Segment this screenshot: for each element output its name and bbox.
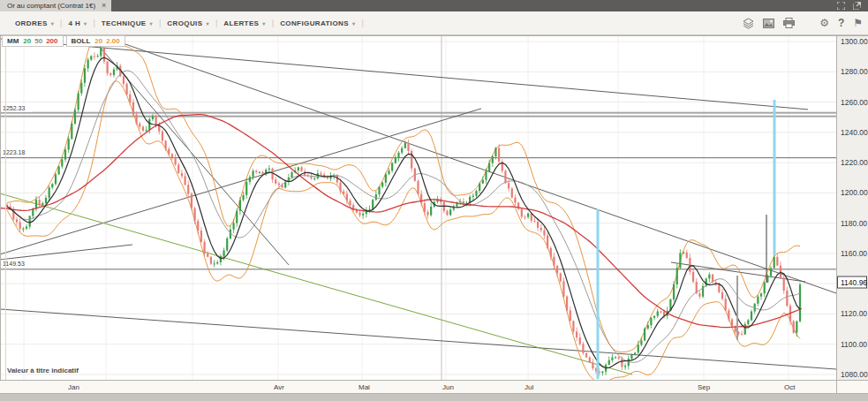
month-label: Jan bbox=[68, 383, 79, 391]
svg-text:1220.00: 1220.00 bbox=[841, 158, 868, 167]
svg-text:1280.00: 1280.00 bbox=[841, 67, 868, 76]
flag-icon[interactable]: ⚑ bbox=[853, 18, 863, 28]
maximize-icon[interactable] bbox=[837, 2, 845, 10]
boll-label: BOLL bbox=[72, 37, 91, 45]
month-label: Mai bbox=[359, 383, 370, 391]
printer-icon[interactable] bbox=[783, 18, 795, 28]
settings-gear-icon[interactable]: ⚙ bbox=[819, 18, 829, 28]
bottom-strip bbox=[0, 394, 868, 401]
instrument-tab[interactable]: Or au comptant (Contrat 1€) × bbox=[0, 0, 111, 11]
boll-indicator-legend[interactable]: BOLL 202.00 bbox=[66, 35, 125, 47]
svg-text:1100.00: 1100.00 bbox=[841, 340, 867, 349]
menu-bar: ORDRES▾|4 H▾|TECHNIQUE▾|CROQUIS▾|ALERTES… bbox=[0, 11, 868, 35]
tab-title: Or au comptant (Contrat 1€) bbox=[7, 0, 95, 11]
toolbar-icons: ⚙ ? ⚑ bbox=[743, 18, 868, 29]
chart-region: 1252.331223.181149.531300.001280.001260.… bbox=[0, 35, 868, 401]
layers-icon[interactable] bbox=[743, 18, 754, 29]
svg-text:1260.00: 1260.00 bbox=[841, 98, 868, 107]
svg-text:1240.00: 1240.00 bbox=[841, 128, 868, 137]
month-label: Oct bbox=[784, 383, 796, 391]
disclaimer-text: Valeur à titre indicatif bbox=[7, 367, 79, 375]
svg-text:1120.00: 1120.00 bbox=[841, 309, 867, 318]
menu-item-configurations[interactable]: CONFIGURATIONS▾ bbox=[274, 19, 361, 27]
boll-params: 202.00 bbox=[94, 37, 119, 45]
menu-item-croquis[interactable]: CROQUIS▾ bbox=[161, 19, 215, 27]
menu-item-4-h[interactable]: 4 H▾ bbox=[62, 19, 93, 27]
image-icon[interactable] bbox=[763, 19, 774, 28]
svg-text:1300.00: 1300.00 bbox=[841, 37, 868, 46]
time-axis-background[interactable] bbox=[0, 380, 868, 394]
price-chart[interactable]: 1252.331223.181149.531300.001280.001260.… bbox=[0, 35, 868, 401]
mm-indicator-legend[interactable]: MM 2050200 bbox=[2, 35, 64, 47]
mm-label: MM bbox=[7, 37, 19, 45]
month-label: Avr bbox=[274, 383, 284, 391]
titlebar-icons bbox=[837, 0, 868, 11]
plot-background bbox=[0, 35, 836, 380]
menu-separator: | bbox=[361, 19, 363, 27]
tab-bar: Or au comptant (Contrat 1€) × bbox=[0, 0, 868, 11]
month-label: Jun bbox=[442, 383, 454, 391]
menu-items: ORDRES▾|4 H▾|TECHNIQUE▾|CROQUIS▾|ALERTES… bbox=[0, 19, 364, 27]
popout-icon[interactable] bbox=[853, 2, 861, 10]
menu-item-ordres[interactable]: ORDRES▾ bbox=[9, 19, 60, 27]
menu-item-alertes[interactable]: ALERTES▾ bbox=[217, 19, 272, 27]
svg-text:1180.00: 1180.00 bbox=[841, 219, 867, 228]
help-icon[interactable]: ? bbox=[838, 18, 844, 28]
mm-periods: 2050200 bbox=[23, 37, 57, 45]
indicator-legend: MM 2050200 BOLL 202.00 bbox=[2, 35, 125, 47]
current-price-label: 1140.96 bbox=[841, 278, 867, 287]
svg-text:1200.00: 1200.00 bbox=[841, 188, 868, 197]
trading-app-window: Or au comptant (Contrat 1€) × ORDRES▾|4 … bbox=[0, 0, 868, 401]
month-label: Jul bbox=[525, 383, 533, 391]
menu-item-technique[interactable]: TECHNIQUE▾ bbox=[95, 19, 159, 27]
tab-close-icon[interactable]: × bbox=[102, 0, 106, 11]
svg-text:1080.00: 1080.00 bbox=[841, 370, 868, 379]
month-label: Sep bbox=[698, 383, 711, 391]
svg-text:1160.00: 1160.00 bbox=[841, 249, 867, 258]
